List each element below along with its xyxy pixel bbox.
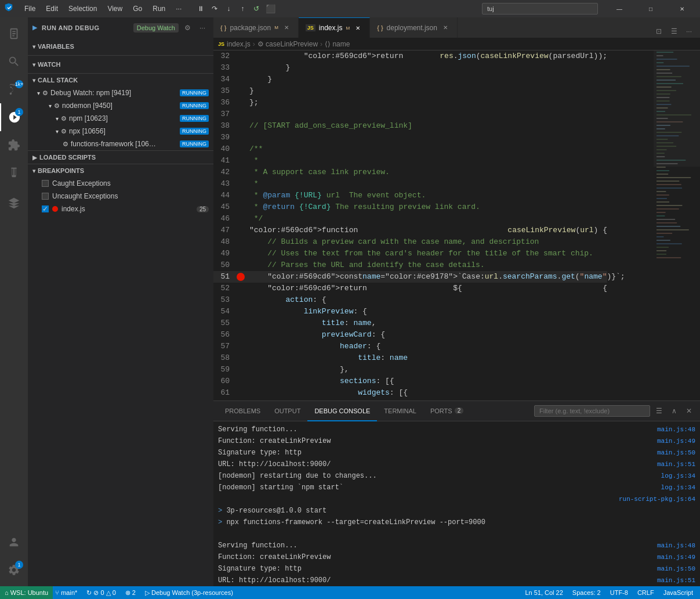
- console-output[interactable]: Serving function...main.js:48Function: c…: [213, 421, 700, 586]
- menu-selection[interactable]: Selection: [64, 3, 101, 14]
- console-link-1[interactable]: main.js:49: [657, 436, 695, 446]
- code-line-51: 51 "color:#569cd6">const name = "color:#…: [213, 271, 607, 283]
- maximize-btn[interactable]: □: [637, 0, 664, 17]
- debug-badge: 1: [15, 108, 23, 116]
- debug-step-into-btn[interactable]: ↓: [222, 2, 235, 15]
- panel-tab-output[interactable]: OUTPUT: [267, 401, 307, 421]
- sync-status[interactable]: ↻ ⊘ 0 △ 0: [84, 586, 118, 599]
- window-controls: — □ ✕: [606, 0, 695, 17]
- activity-debug[interactable]: 1: [0, 103, 28, 131]
- language-status[interactable]: JavaScript: [661, 586, 695, 599]
- console-link-2[interactable]: main.js:50: [657, 448, 695, 458]
- callstack-item-npm[interactable]: ▾ ⚙ npm [10623] RUNNING: [28, 112, 213, 125]
- code-line-43: 43 *: [213, 178, 607, 190]
- toggle-list-btn[interactable]: ☰: [652, 405, 665, 417]
- loaded-scripts-section: ▶ LOADED SCRIPTS: [28, 150, 213, 164]
- close-panel-btn[interactable]: ✕: [683, 405, 695, 417]
- menu-view[interactable]: View: [103, 3, 127, 14]
- breadcrumb-function[interactable]: ⚙ caseLinkPreview: [257, 40, 318, 48]
- package-json-close-btn[interactable]: ✕: [282, 23, 291, 33]
- tab-deployment-json[interactable]: { } deployment.json ✕: [370, 17, 458, 38]
- callstack-header[interactable]: ▾ CALL STACK: [28, 74, 213, 86]
- code-editor[interactable]: 32 "color:#569cd6">return res.json(caseL…: [213, 50, 654, 400]
- more-actions-btn[interactable]: ···: [196, 21, 209, 34]
- activity-source-control[interactable]: 1k+: [0, 75, 28, 103]
- caught-exceptions-checkbox[interactable]: [42, 180, 49, 187]
- breadcrumb-var[interactable]: ⟨⟩ name: [325, 40, 350, 48]
- line-number-53: 53: [213, 294, 237, 306]
- breakpoint-index-js[interactable]: ✓ index.js 25: [28, 203, 213, 215]
- breakpoints-header[interactable]: ▾ BREAKPOINTS: [28, 164, 213, 177]
- errors-status[interactable]: ⊗ 2: [123, 586, 138, 599]
- console-link-6[interactable]: run-script-pkg.js:64: [619, 494, 695, 504]
- console-link-5[interactable]: log.js:34: [661, 482, 695, 493]
- uncaught-exceptions-checkbox[interactable]: [42, 193, 49, 200]
- console-link-10[interactable]: main.js:48: [657, 540, 695, 551]
- breakpoint-caught-exceptions[interactable]: Caught Exceptions: [28, 177, 213, 190]
- minimize-btn[interactable]: —: [606, 0, 633, 17]
- branch-status[interactable]: ⑂ main*: [53, 586, 79, 599]
- deployment-json-close-btn[interactable]: ✕: [441, 23, 450, 33]
- settings-btn[interactable]: ⚙: [181, 21, 194, 34]
- activity-search[interactable]: [0, 48, 28, 75]
- cursor-position[interactable]: Ln 51, Col 22: [523, 586, 565, 599]
- search-input[interactable]: [482, 3, 598, 15]
- watch-header[interactable]: ▾ WATCH: [28, 58, 213, 71]
- activity-docker[interactable]: [0, 189, 28, 217]
- console-link-0[interactable]: main.js:48: [657, 424, 695, 435]
- breadcrumb: JS index.js › ⚙ caseLinkPreview › ⟨⟩ nam…: [213, 38, 700, 50]
- panel-tab-debug-console[interactable]: DEBUG CONSOLE: [307, 401, 377, 421]
- menu-run[interactable]: Run: [148, 3, 170, 14]
- callstack-item-npx[interactable]: ▾ ⚙ npx [10656] RUNNING: [28, 125, 213, 138]
- tab-index-js[interactable]: JS index.js M ✕: [299, 17, 370, 38]
- debug-pause-btn[interactable]: ⏸: [194, 2, 207, 15]
- activity-account[interactable]: [0, 528, 28, 556]
- loaded-scripts-header[interactable]: ▶ LOADED SCRIPTS: [28, 151, 213, 164]
- console-link-4[interactable]: log.js:34: [661, 471, 695, 481]
- debug-step-over-btn[interactable]: ↷: [208, 2, 221, 15]
- activity-test[interactable]: [0, 159, 28, 187]
- index-js-checkbox[interactable]: ✓: [42, 205, 49, 212]
- variables-header[interactable]: ▾ VARIABLES: [28, 40, 213, 53]
- callstack-item-functions[interactable]: ⚙ functions-framework [106… RUNNING: [28, 138, 213, 150]
- more-tab-actions-btn[interactable]: ···: [683, 25, 695, 38]
- breakpoint-uncaught-exceptions[interactable]: Uncaught Exceptions: [28, 190, 213, 203]
- menu-file[interactable]: File: [20, 3, 40, 14]
- activity-settings[interactable]: 1: [0, 556, 28, 584]
- menu-go[interactable]: Go: [128, 3, 147, 14]
- line-number-34: 34: [213, 74, 237, 85]
- menu-more[interactable]: ···: [171, 3, 186, 14]
- sidebar-title: RUN AND DEBUG: [42, 24, 100, 31]
- toggle-panel-btn[interactable]: ☰: [668, 25, 680, 38]
- line-number-44: 44: [213, 190, 237, 201]
- filter-input[interactable]: [534, 405, 650, 417]
- console-link-13[interactable]: main.js:51: [657, 575, 695, 586]
- panel-tab-problems[interactable]: PROBLEMS: [218, 401, 267, 421]
- collapse-panel-btn[interactable]: ∧: [668, 405, 680, 417]
- close-btn[interactable]: ✕: [669, 0, 695, 17]
- console-link-12[interactable]: main.js:50: [657, 564, 695, 574]
- code-content-50: // Parses the URL and identify the case …: [247, 259, 607, 271]
- activity-extensions[interactable]: [0, 131, 28, 159]
- debug-stop-btn[interactable]: ⬛: [264, 2, 277, 15]
- activity-explorer[interactable]: [0, 20, 28, 48]
- debug-step-out-btn[interactable]: ↑: [236, 2, 249, 15]
- callstack-item-debug-watch[interactable]: ▾ ⚙ Debug Watch: npm [9419] RUNNING: [28, 86, 213, 99]
- breadcrumb-file[interactable]: JS index.js: [218, 40, 251, 48]
- encoding-status[interactable]: UTF-8: [608, 586, 630, 599]
- debug-config-label[interactable]: Debug Watch: [133, 23, 179, 33]
- remote-indicator[interactable]: ⌂ WSL: Ubuntu: [0, 586, 53, 599]
- split-editor-btn[interactable]: ⊡: [652, 25, 665, 38]
- panel-tab-terminal[interactable]: TERMINAL: [377, 401, 423, 421]
- tab-package-json[interactable]: { } package.json M ✕: [213, 17, 299, 38]
- indentation-status[interactable]: Spaces: 2: [570, 586, 603, 599]
- index-js-close-btn[interactable]: ✕: [353, 23, 362, 33]
- console-link-11[interactable]: main.js:49: [657, 552, 695, 562]
- debug-restart-btn[interactable]: ↺: [250, 2, 263, 15]
- panel-tab-ports[interactable]: PORTS 2: [423, 401, 470, 421]
- eol-status[interactable]: CRLF: [635, 586, 657, 599]
- console-link-3[interactable]: main.js:51: [657, 459, 695, 470]
- menu-edit[interactable]: Edit: [41, 3, 63, 14]
- debug-status[interactable]: ▷ Debug Watch (3p-resources): [143, 586, 235, 599]
- callstack-item-nodemon[interactable]: ▾ ⚙ nodemon [9450] RUNNING: [28, 99, 213, 112]
